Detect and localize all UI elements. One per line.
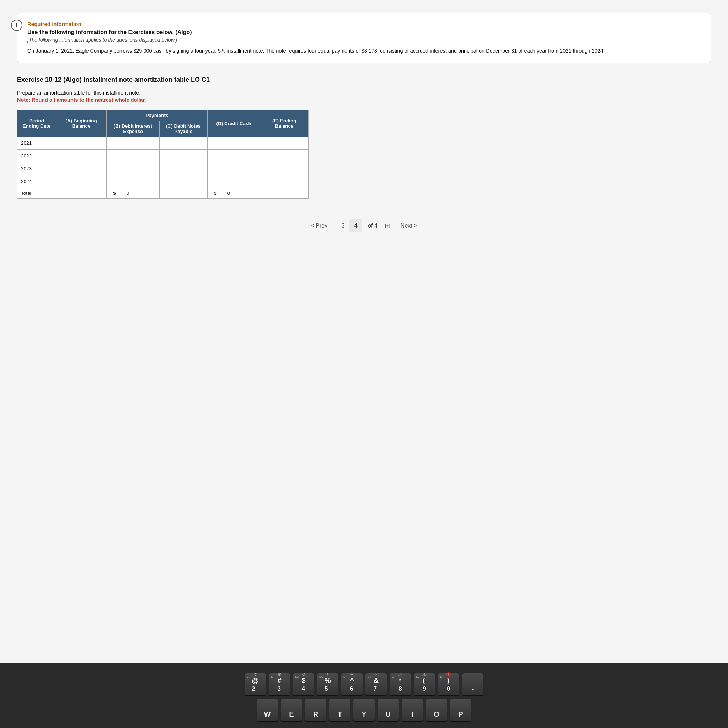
key-5[interactable]: F5 ⬇ %5 bbox=[317, 673, 338, 695]
cell-2023-c[interactable] bbox=[159, 162, 207, 175]
period-2021: 2021 bbox=[17, 137, 56, 150]
key-w[interactable]: W bbox=[257, 699, 278, 721]
amortization-table-wrapper: Period Ending Date (A) Beginning Balance… bbox=[17, 110, 711, 199]
cell-2022-b[interactable] bbox=[107, 150, 159, 162]
key-p[interactable]: P bbox=[450, 699, 471, 721]
info-box: ! Required information Use the following… bbox=[17, 13, 711, 63]
exercise-title: Exercise 10-12 (Algo) Installment note a… bbox=[17, 76, 711, 84]
cell-2021-c[interactable] bbox=[159, 137, 207, 150]
cell-2022-e[interactable] bbox=[260, 150, 309, 162]
key-u[interactable]: U bbox=[378, 699, 399, 721]
col-debit-interest: (B) Debit Interest Expense bbox=[107, 121, 159, 137]
cell-2024-c[interactable] bbox=[159, 175, 207, 188]
col-credit-cash: (D) Credit Cash bbox=[207, 110, 260, 137]
cell-2023-a[interactable] bbox=[56, 162, 106, 175]
cell-2021-a[interactable] bbox=[56, 137, 106, 150]
col-beginning-balance: (A) Beginning Balance bbox=[56, 110, 106, 137]
cell-2024-d[interactable] bbox=[207, 175, 260, 188]
pagination-bar: < Prev 3 4 of 4 ⊞ Next > bbox=[17, 213, 711, 242]
period-total: Total bbox=[17, 188, 56, 199]
key-e[interactable]: E bbox=[281, 699, 302, 721]
cell-2023-b[interactable] bbox=[107, 162, 159, 175]
table-row: 2024 bbox=[17, 175, 309, 188]
info-box-heading: Use the following information for the Ex… bbox=[28, 29, 700, 35]
alert-icon: ! bbox=[11, 20, 22, 31]
page-4[interactable]: 4 bbox=[349, 219, 362, 232]
cell-2022-a[interactable] bbox=[56, 150, 106, 162]
info-box-subheading: [The following information applies to th… bbox=[28, 37, 700, 43]
dollar-sign-d: $ bbox=[214, 191, 217, 196]
table-row: 2022 bbox=[17, 150, 309, 162]
cell-2021-b[interactable] bbox=[107, 137, 159, 150]
cell-total-e bbox=[260, 188, 309, 199]
col-period: Period Ending Date bbox=[17, 110, 56, 137]
cell-2024-e[interactable] bbox=[260, 175, 309, 188]
keyboard: F2 ✲ @2 F3 ▣ #3 F4 Q $4 F5 ⬇ %5 F6 ↩ ^6 … bbox=[0, 663, 728, 728]
cell-2021-e[interactable] bbox=[260, 137, 309, 150]
payments-header: Payments bbox=[107, 110, 208, 121]
key-7[interactable]: F7 ◁◁ &7 bbox=[366, 673, 387, 695]
period-2024: 2024 bbox=[17, 175, 56, 188]
cell-2021-d[interactable] bbox=[207, 137, 260, 150]
instructions-text: Prepare an amortization table for this i… bbox=[17, 90, 711, 96]
table-row: 2021 bbox=[17, 137, 309, 150]
cell-total-b: $ bbox=[107, 188, 159, 199]
total-d-input[interactable] bbox=[218, 191, 239, 196]
info-box-body: On January 1, 2021, Eagle Company borrow… bbox=[28, 47, 700, 55]
cell-total-a bbox=[56, 188, 106, 199]
key-6[interactable]: F6 ↩ ^6 bbox=[341, 673, 362, 695]
next-button[interactable]: Next > bbox=[396, 220, 422, 232]
key-r[interactable]: R bbox=[305, 699, 326, 721]
cell-2024-b[interactable] bbox=[107, 175, 159, 188]
prev-button[interactable]: < Prev bbox=[306, 220, 332, 232]
cell-2023-e[interactable] bbox=[260, 162, 309, 175]
key-0[interactable]: F10 🔇 )0 bbox=[438, 673, 459, 695]
key-y[interactable]: Y bbox=[353, 699, 375, 721]
cell-2023-d[interactable] bbox=[207, 162, 260, 175]
amortization-table: Period Ending Date (A) Beginning Balance… bbox=[17, 110, 309, 199]
cell-2022-c[interactable] bbox=[159, 150, 207, 162]
page-3[interactable]: 3 bbox=[336, 219, 349, 232]
keyboard-row-1: F2 ✲ @2 F3 ▣ #3 F4 Q $4 F5 ⬇ %5 F6 ↩ ^6 … bbox=[7, 673, 721, 695]
period-2023: 2023 bbox=[17, 162, 56, 175]
table-row-total: Total $ $ bbox=[17, 188, 309, 199]
key-2[interactable]: F2 ✲ @2 bbox=[245, 673, 266, 695]
cell-2022-d[interactable] bbox=[207, 150, 260, 162]
instructions-note: Note: Round all amounts to the nearest w… bbox=[17, 97, 711, 103]
cell-total-c bbox=[159, 188, 207, 199]
page-content: ! Required information Use the following… bbox=[0, 0, 728, 663]
total-b-input[interactable] bbox=[117, 191, 139, 196]
grid-icon[interactable]: ⊞ bbox=[385, 222, 390, 229]
table-row: 2023 bbox=[17, 162, 309, 175]
key-t[interactable]: T bbox=[329, 699, 350, 721]
col-debit-notes: (C) Debit Notes Payable bbox=[159, 121, 207, 137]
dollar-sign-b: $ bbox=[113, 191, 116, 196]
key-i[interactable]: I bbox=[402, 699, 423, 721]
required-info-label: Required information bbox=[28, 21, 700, 27]
of-label: of 4 bbox=[368, 223, 378, 229]
key-9[interactable]: F9 ▷▷ (9 bbox=[414, 673, 435, 695]
keyboard-row-2: W E R T Y U I O P bbox=[7, 699, 721, 721]
cell-2024-a[interactable] bbox=[56, 175, 106, 188]
key-minus[interactable]: - bbox=[462, 673, 483, 695]
period-2022: 2022 bbox=[17, 150, 56, 162]
cell-total-d: $ bbox=[207, 188, 260, 199]
key-3[interactable]: F3 ▣ #3 bbox=[269, 673, 290, 695]
key-4[interactable]: F4 Q $4 bbox=[293, 673, 314, 695]
page-numbers: 3 4 bbox=[336, 219, 362, 232]
key-8[interactable]: F8 ▷|| *8 bbox=[390, 673, 411, 695]
col-ending-balance: (E) Ending Balance bbox=[260, 110, 309, 137]
key-o[interactable]: O bbox=[426, 699, 447, 721]
